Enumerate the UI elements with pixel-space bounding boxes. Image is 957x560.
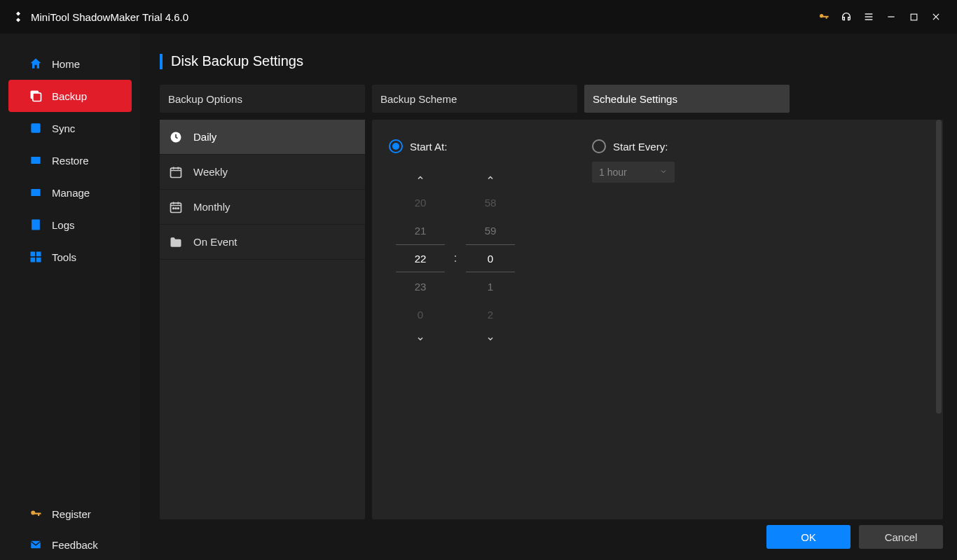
calendar-week-icon <box>168 164 184 180</box>
sidebar-item-tools[interactable]: Tools <box>0 241 140 273</box>
frequency-monthly[interactable]: Monthly <box>160 190 365 225</box>
sidebar-item-logs[interactable]: Logs <box>0 209 140 241</box>
sidebar-item-sync[interactable]: Sync <box>0 112 140 144</box>
radio-label: Start At: <box>410 141 447 153</box>
sidebar-item-label: Feedback <box>52 539 98 551</box>
title-accent <box>160 54 163 69</box>
manage-icon <box>28 185 43 200</box>
svg-rect-6 <box>33 93 41 102</box>
calendar-month-icon <box>168 200 184 215</box>
svg-rect-11 <box>31 252 36 257</box>
chevron-down-icon <box>659 167 668 178</box>
tab-backup-scheme[interactable]: Backup Scheme <box>372 85 577 113</box>
sidebar-item-label: Logs <box>52 219 75 231</box>
sidebar-item-register[interactable]: Register <box>0 498 140 529</box>
svg-rect-14 <box>36 258 41 262</box>
sidebar-item-backup[interactable]: Backup <box>8 80 132 112</box>
app-title: MiniTool ShadowMaker Trial 4.6.0 <box>31 11 188 23</box>
frequency-weekly[interactable]: Weekly <box>160 155 365 190</box>
hour-option[interactable]: 23 <box>396 272 445 300</box>
cancel-button[interactable]: Cancel <box>859 525 943 549</box>
minute-option[interactable]: 59 <box>466 216 515 244</box>
svg-rect-2 <box>865 19 873 20</box>
frequency-list: Daily Weekly Monthly On Event <box>160 120 365 519</box>
key-icon <box>28 506 43 522</box>
frequency-daily[interactable]: Daily <box>160 120 365 155</box>
frequency-on-event[interactable]: On Event <box>160 225 365 260</box>
app-logo-icon <box>11 10 25 24</box>
sidebar-item-label: Restore <box>52 155 89 167</box>
interval-value: 1 hour <box>599 167 627 178</box>
frequency-label: On Event <box>193 236 237 248</box>
minimize-icon[interactable] <box>881 7 901 27</box>
svg-rect-10 <box>32 220 40 230</box>
sidebar-item-home[interactable]: Home <box>0 48 140 80</box>
main-panel: Disk Backup Settings Backup Options Back… <box>140 34 957 560</box>
svg-rect-7 <box>31 123 40 132</box>
radio-icon <box>389 139 403 153</box>
frequency-label: Weekly <box>193 166 228 178</box>
sidebar-item-label: Tools <box>52 251 76 263</box>
tab-schedule-settings[interactable]: Schedule Settings <box>584 85 790 113</box>
interval-select[interactable]: 1 hour <box>592 162 675 183</box>
svg-rect-9 <box>31 189 40 196</box>
clock-icon <box>168 130 184 145</box>
mail-icon <box>28 537 43 552</box>
hour-option[interactable]: 21 <box>396 216 445 244</box>
schedule-panel: Start At: 20 21 22 23 0 <box>372 120 943 519</box>
minute-option[interactable]: 2 <box>466 300 515 328</box>
radio-start-at[interactable]: Start At: <box>389 139 522 153</box>
svg-rect-12 <box>36 252 41 257</box>
svg-rect-0 <box>865 13 873 14</box>
sidebar-item-label: Register <box>52 508 91 520</box>
svg-rect-1 <box>865 16 873 17</box>
svg-point-19 <box>173 207 174 209</box>
scrollbar[interactable] <box>936 120 942 414</box>
sidebar-item-manage[interactable]: Manage <box>0 176 140 209</box>
sidebar: Home Backup Sync Restore Manage Logs <box>0 34 140 560</box>
hour-up-icon[interactable] <box>416 167 425 188</box>
hour-down-icon[interactable] <box>416 328 425 349</box>
sidebar-item-label: Sync <box>52 122 75 134</box>
time-picker: 20 21 22 23 0 : 58 59 <box>389 167 522 349</box>
support-icon[interactable] <box>836 7 856 27</box>
folder-icon <box>168 234 184 250</box>
titlebar: MiniTool ShadowMaker Trial 4.6.0 <box>0 0 957 34</box>
svg-rect-4 <box>911 14 917 20</box>
page-title: Disk Backup Settings <box>171 53 303 69</box>
radio-icon <box>592 139 606 153</box>
minute-up-icon[interactable] <box>486 167 495 188</box>
svg-rect-3 <box>888 16 894 17</box>
svg-rect-13 <box>31 258 36 262</box>
hour-column: 20 21 22 23 0 <box>389 167 452 349</box>
logs-icon <box>28 217 43 232</box>
hour-selected[interactable]: 22 <box>396 244 445 272</box>
radio-start-every[interactable]: Start Every: <box>592 139 675 153</box>
radio-label: Start Every: <box>613 141 668 153</box>
minute-option[interactable]: 58 <box>466 188 515 216</box>
restore-icon <box>28 153 43 168</box>
minute-option[interactable]: 1 <box>466 272 515 300</box>
hour-option[interactable]: 20 <box>396 188 445 216</box>
sidebar-item-label: Manage <box>52 187 90 199</box>
tab-backup-options[interactable]: Backup Options <box>160 85 365 113</box>
sidebar-item-feedback[interactable]: Feedback <box>0 529 140 560</box>
minute-selected[interactable]: 0 <box>466 244 515 272</box>
sidebar-item-label: Backup <box>52 90 87 102</box>
key-icon[interactable] <box>814 7 834 27</box>
hour-option[interactable]: 0 <box>396 300 445 328</box>
ok-button[interactable]: OK <box>766 525 851 549</box>
sidebar-item-label: Home <box>52 58 80 70</box>
close-icon[interactable] <box>926 7 946 27</box>
sidebar-item-restore[interactable]: Restore <box>0 144 140 176</box>
svg-rect-8 <box>31 157 40 164</box>
menu-icon[interactable] <box>859 7 879 27</box>
sync-icon <box>28 120 43 136</box>
maximize-icon[interactable] <box>904 7 923 27</box>
minute-down-icon[interactable] <box>486 328 495 349</box>
svg-point-20 <box>175 207 177 209</box>
frequency-label: Daily <box>193 131 216 143</box>
backup-icon <box>28 88 43 104</box>
tools-icon <box>28 249 43 265</box>
frequency-label: Monthly <box>193 201 230 213</box>
